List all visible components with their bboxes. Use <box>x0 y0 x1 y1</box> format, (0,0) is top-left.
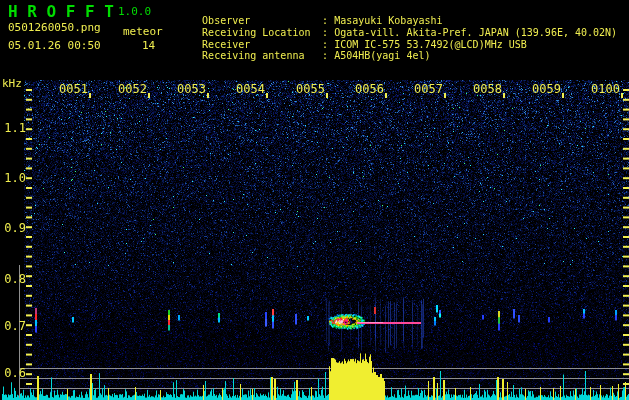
mode-label: meteor <box>123 25 163 38</box>
time-label-0051: 0051 <box>58 83 88 95</box>
time-label-0058: 0058 <box>472 83 502 95</box>
output-filename: 0501260050.png <box>8 21 101 34</box>
app-title: H R O F F T <box>8 2 114 21</box>
meteor-count: 14 <box>142 39 155 52</box>
separator: : <box>322 50 334 61</box>
time-label-0055: 0055 <box>295 83 325 95</box>
freq-label-0.8: 0.8 <box>0 273 26 285</box>
time-label-0052: 0052 <box>117 83 147 95</box>
hrofft-screen: H R O F F T 1.0.0 0501260050.png meteor … <box>0 0 629 400</box>
time-label-0057: 0057 <box>413 83 443 95</box>
time-label-0056: 0056 <box>354 83 384 95</box>
freq-label-0.9: 0.9 <box>0 222 26 234</box>
info-row-antenna: Receiving antenna: A504HB(yagi 4el) <box>178 39 430 72</box>
time-label-0100: 0100 <box>590 83 620 95</box>
time-label-0053: 0053 <box>176 83 206 95</box>
freq-label-1.1: 1.1 <box>0 122 26 134</box>
freq-label-0.6: 0.6 <box>0 367 26 379</box>
antenna-label: Receiving antenna <box>202 50 322 61</box>
app-version: 1.0.0 <box>118 5 151 18</box>
freq-axis-unit: kHz <box>2 77 22 90</box>
time-label-0059: 0059 <box>531 83 561 95</box>
freq-label-1.0: 1.0 <box>0 172 26 184</box>
datetime-label: 05.01.26 00:50 <box>8 39 101 52</box>
freq-label-0.7: 0.7 <box>0 320 26 332</box>
antenna-value: A504HB(yagi 4el) <box>334 50 430 61</box>
time-label-0054: 0054 <box>235 83 265 95</box>
